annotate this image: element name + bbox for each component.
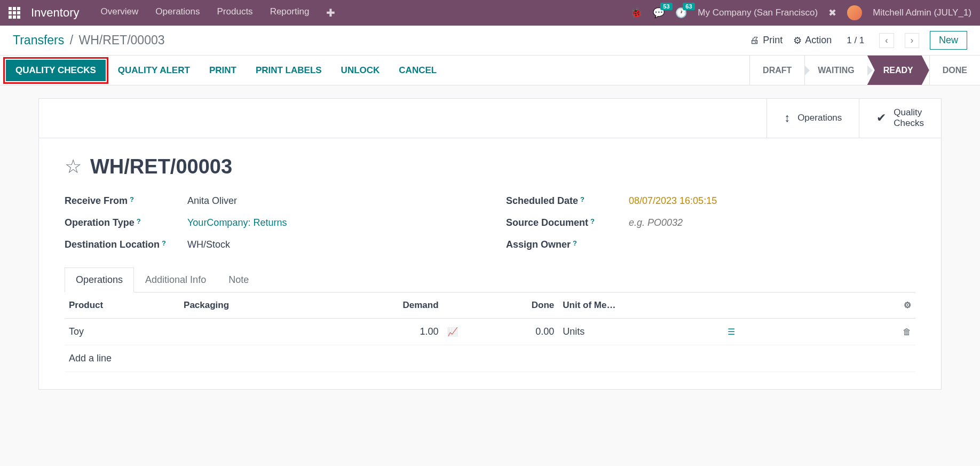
cell-demand[interactable]: 1.00 xyxy=(324,318,443,345)
stat-quality-checks[interactable]: ✔ Quality Checks xyxy=(859,99,941,138)
activities-icon[interactable]: 🕐63 xyxy=(675,7,687,19)
tools-icon[interactable]: ✖ xyxy=(828,7,836,19)
add-line[interactable]: Add a line xyxy=(65,345,915,372)
scheduled-date-label: Scheduled Date? xyxy=(506,195,629,207)
nav-products[interactable]: Products xyxy=(217,6,253,19)
action-button[interactable]: ⚙ Action xyxy=(793,35,832,46)
record-title: WH/RET/00003 xyxy=(90,155,232,178)
col-packaging[interactable]: Packaging xyxy=(179,293,324,319)
breadcrumb-root[interactable]: Transfers xyxy=(13,33,64,47)
source-document-input[interactable] xyxy=(629,217,753,228)
receive-from-value[interactable]: Anita Oliver xyxy=(187,195,237,207)
cell-uom[interactable]: Units xyxy=(558,318,723,345)
list-icon[interactable]: ☰ xyxy=(728,327,735,336)
cell-done[interactable]: 0.00 xyxy=(475,318,559,345)
username[interactable]: Mitchell Admin (JULY_1) xyxy=(873,7,971,18)
tab-operations[interactable]: Operations xyxy=(65,267,134,293)
print-transfer-button[interactable]: PRINT xyxy=(200,60,246,81)
tab-additional-info[interactable]: Additional Info xyxy=(134,267,217,292)
receive-from-label: Receive From? xyxy=(65,195,187,207)
quality-alert-button[interactable]: QUALITY ALERT xyxy=(108,60,200,81)
company-selector[interactable]: My Company (San Francisco) xyxy=(698,7,818,18)
operation-type-label: Operation Type? xyxy=(65,217,187,228)
cancel-button[interactable]: CANCEL xyxy=(389,60,446,81)
pager-next[interactable]: › xyxy=(905,33,919,48)
assign-owner-label: Assign Owner? xyxy=(506,239,629,250)
print-labels-button[interactable]: PRINT LABELS xyxy=(246,60,331,81)
destination-location-value[interactable]: WH/Stock xyxy=(187,239,230,250)
help-icon[interactable]: ? xyxy=(137,217,141,225)
settings-icon[interactable]: ⚙ xyxy=(904,301,911,310)
destination-location-label: Destination Location? xyxy=(65,239,187,250)
unlock-button[interactable]: UNLOCK xyxy=(331,60,390,81)
add-menu-icon[interactable]: ✚ xyxy=(326,6,335,19)
gear-icon: ⚙ xyxy=(793,35,802,46)
bug-icon[interactable]: 🐞 xyxy=(630,7,642,19)
chat-icon[interactable]: 💬53 xyxy=(653,7,665,19)
stat-operations[interactable]: ↕ Operations xyxy=(766,99,859,138)
pager-prev[interactable]: ‹ xyxy=(879,33,894,48)
delete-icon[interactable]: 🗑 xyxy=(903,327,911,336)
help-icon[interactable]: ? xyxy=(580,195,584,203)
table-row[interactable]: Toy 1.00 📈 0.00 Units ☰ 🗑 xyxy=(65,318,915,345)
print-button[interactable]: 🖨 Print xyxy=(750,35,783,46)
nav-operations[interactable]: Operations xyxy=(155,6,200,19)
help-icon[interactable]: ? xyxy=(590,217,595,225)
check-icon: ✔ xyxy=(876,111,886,125)
avatar[interactable] xyxy=(847,5,862,20)
status-waiting[interactable]: WAITING xyxy=(804,56,867,85)
scheduled-date-value[interactable]: 08/07/2023 16:05:15 xyxy=(629,195,717,207)
nav-overview[interactable]: Overview xyxy=(101,6,139,19)
statusbar: DRAFT WAITING READY DONE xyxy=(749,56,980,85)
col-uom[interactable]: Unit of Me… xyxy=(558,293,723,319)
col-product[interactable]: Product xyxy=(65,293,179,319)
breadcrumb: Transfers / WH/RET/00003 xyxy=(13,33,750,48)
status-ready[interactable]: READY xyxy=(867,56,929,85)
status-draft[interactable]: DRAFT xyxy=(749,56,804,85)
quality-checks-button[interactable]: QUALITY CHECKS xyxy=(6,60,106,81)
help-icon[interactable]: ? xyxy=(573,239,577,247)
help-icon[interactable]: ? xyxy=(162,239,166,247)
cell-product[interactable]: Toy xyxy=(65,318,179,345)
star-icon[interactable]: ☆ xyxy=(65,155,82,178)
new-button[interactable]: New xyxy=(930,31,967,50)
apps-icon[interactable] xyxy=(9,7,20,19)
help-icon[interactable]: ? xyxy=(130,195,134,203)
col-done[interactable]: Done xyxy=(475,293,559,319)
breadcrumb-current: WH/RET/00003 xyxy=(78,33,164,47)
clock-badge: 63 xyxy=(683,3,694,10)
app-brand[interactable]: Inventory xyxy=(31,6,80,20)
operation-type-value[interactable]: YourCompany: Returns xyxy=(187,217,287,228)
status-done[interactable]: DONE xyxy=(929,56,980,85)
nav-reporting[interactable]: Reporting xyxy=(270,6,310,19)
forecast-icon[interactable]: 📈 xyxy=(447,327,458,336)
pager[interactable]: 1 / 1 xyxy=(847,35,864,46)
source-document-label: Source Document? xyxy=(506,217,629,228)
highlighted-quality-checks: QUALITY CHECKS xyxy=(3,57,108,84)
chat-badge: 53 xyxy=(660,3,672,10)
arrows-vertical-icon: ↕ xyxy=(784,111,790,125)
cell-packaging[interactable] xyxy=(179,318,324,345)
col-demand[interactable]: Demand xyxy=(324,293,443,319)
tab-note[interactable]: Note xyxy=(217,267,260,292)
print-icon: 🖨 xyxy=(750,35,760,46)
